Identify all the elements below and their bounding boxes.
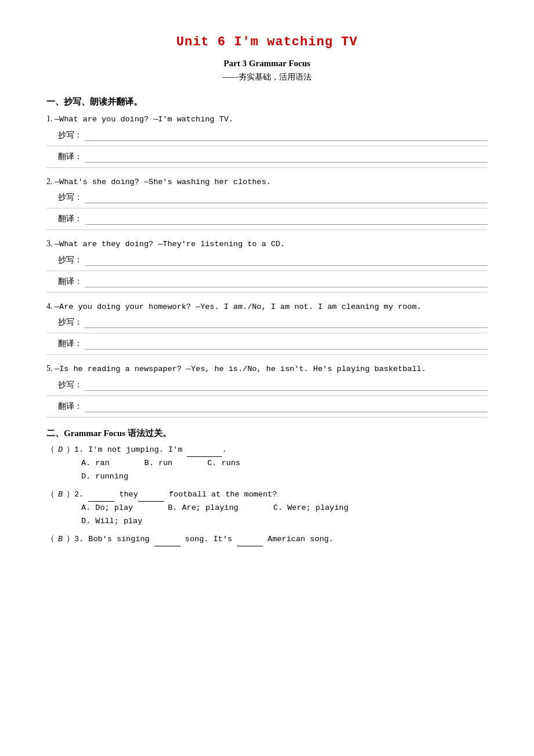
item1-copy-row: 抄写： (58, 129, 488, 141)
mc2-options-row2: D. Will; play (81, 515, 488, 528)
item3-translate-line[interactable] (85, 276, 488, 287)
mc3-paren-close: ）3. (66, 535, 84, 543)
mc-item-2: （ B ）2. they football at the moment? A. … (46, 488, 488, 528)
item5-sep1 (46, 395, 488, 396)
mc2-paren-close: ）2. (66, 490, 84, 499)
qa-item-2: 2. —What's she doing? —She's washing her… (46, 176, 488, 231)
item4-copy-line[interactable] (85, 316, 488, 328)
item3-question: —What are they doing? —They're listening… (55, 240, 285, 249)
item3-copy-line[interactable] (85, 254, 488, 266)
item3-translate-label: 翻译： (58, 276, 82, 287)
mc1-blank (187, 448, 222, 457)
item5-translate-row: 翻译： (58, 401, 488, 412)
item1-sep2 (46, 167, 488, 168)
mc-item-3: （ B ）3. Bob's singing song. It's America… (46, 533, 488, 546)
item2-translate-line[interactable] (85, 213, 488, 225)
item3-copy-label: 抄写： (58, 255, 82, 265)
mc1-optA: A. ran (81, 457, 110, 470)
item4-sep2 (46, 354, 488, 355)
mc1-answer: D (55, 444, 66, 457)
item2-question: —What's she doing? —She's washing her cl… (55, 178, 271, 186)
page-title: Unit 6 I'm watching TV (46, 35, 488, 49)
item4-sep1 (46, 333, 488, 333)
qa-item-5: 5. —Is he reading a newspaper? —Yes, he … (46, 363, 488, 417)
mc3-answer: B (55, 533, 66, 546)
mc2-question-line: （ B ）2. they football at the moment? (46, 488, 488, 502)
qa-item-1: 1. —What are you doing? —I'm watching TV… (46, 113, 488, 168)
part-subtitle: Part 3 Grammar Focus (46, 59, 488, 69)
mc2-optC: C. Were; playing (273, 502, 349, 515)
part-subtitle-cn: ——夯实基础，活用语法 (46, 72, 488, 82)
item1-sep1 (46, 146, 488, 146)
mc1-paren-close: ）1. (66, 445, 84, 454)
item2-number: 2. (46, 177, 55, 186)
item5-copy-line[interactable] (85, 379, 488, 391)
item5-translate-line[interactable] (85, 401, 488, 412)
item1-question: —What are you doing? —I'm watching TV. (55, 115, 233, 124)
mc1-question-text: I'm not jumping. I'm . (84, 445, 226, 454)
item4-question: —Are you doing your homework? —Yes. I am… (55, 303, 421, 311)
mc-item-1: （ D ）1. I'm not jumping. I'm . A. ran B.… (46, 444, 488, 484)
item1-copy-label: 抄写： (58, 130, 82, 141)
item5-question: —Is he reading a newspaper? —Yes, he is.… (55, 365, 426, 373)
mc2-optA: A. Do; play (81, 502, 133, 515)
item2-copy-line[interactable] (85, 192, 488, 203)
item5-sep2 (46, 417, 488, 417)
item1-copy-line[interactable] (85, 129, 488, 141)
item5-copy-label: 抄写： (58, 380, 82, 390)
item4-copy-row: 抄写： (58, 316, 488, 328)
item4-number: 4. (46, 302, 55, 311)
mc3-paren-open: （ (46, 535, 55, 543)
mc2-paren-open: （ (46, 490, 55, 499)
mc1-options-row1: A. ran B. run C. runs (81, 457, 488, 470)
item2-sep2 (46, 229, 488, 230)
item2-translate-row: 翻译： (58, 213, 488, 225)
item1-translate-line[interactable] (85, 151, 488, 163)
mc2-optD: D. Will; play (81, 517, 142, 525)
item2-sep1 (46, 208, 488, 208)
mc2-blank1 (88, 492, 114, 502)
mc2-answer: B (55, 488, 66, 502)
section1-title: 一、抄写、朗读并翻译。 (46, 96, 488, 107)
mc1-optC: C. runs (207, 457, 240, 470)
item2-translate-label: 翻译： (58, 214, 82, 224)
mc1-options-row2: D. running (81, 470, 488, 484)
item2-copy-row: 抄写： (58, 192, 488, 203)
mc3-blank2 (237, 537, 263, 546)
item5-copy-row: 抄写： (58, 379, 488, 391)
item3-copy-row: 抄写： (58, 254, 488, 266)
mc3-blank1 (154, 537, 181, 546)
item2-copy-label: 抄写： (58, 192, 82, 203)
mc1-paren-open: （ (46, 445, 55, 454)
item4-translate-line[interactable] (85, 338, 488, 350)
mc3-question-text: Bob's singing song. It's American song. (84, 535, 333, 543)
mc2-optB: B. Are; playing (168, 502, 239, 515)
qa-item-4: 4. —Are you doing your homework? —Yes. I… (46, 301, 488, 355)
item1-translate-label: 翻译： (58, 152, 82, 162)
item5-number: 5. (46, 364, 55, 373)
item1-number: 1. (46, 114, 55, 123)
item5-translate-label: 翻译： (58, 401, 82, 412)
item3-sep1 (46, 271, 488, 271)
mc1-optB: B. run (145, 457, 173, 470)
item3-number: 3. (46, 239, 55, 248)
item4-translate-row: 翻译： (58, 338, 488, 350)
mc3-question-line: （ B ）3. Bob's singing song. It's America… (46, 533, 488, 546)
item3-sep2 (46, 292, 488, 293)
mc2-blank2 (138, 492, 164, 502)
mc1-question-line: （ D ）1. I'm not jumping. I'm . (46, 444, 488, 457)
item4-copy-label: 抄写： (58, 317, 82, 327)
mc1-optD: D. running (81, 472, 128, 481)
item3-translate-row: 翻译： (58, 276, 488, 287)
mc2-question-text: they football at the moment? (84, 490, 277, 499)
item1-translate-row: 翻译： (58, 151, 488, 163)
section2-title: 二、Grammar Focus 语法过关。 (46, 428, 488, 439)
mc2-options-row1: A. Do; play B. Are; playing C. Were; pla… (81, 502, 488, 515)
qa-item-3: 3. —What are they doing? —They're listen… (46, 238, 488, 293)
item4-translate-label: 翻译： (58, 339, 82, 349)
